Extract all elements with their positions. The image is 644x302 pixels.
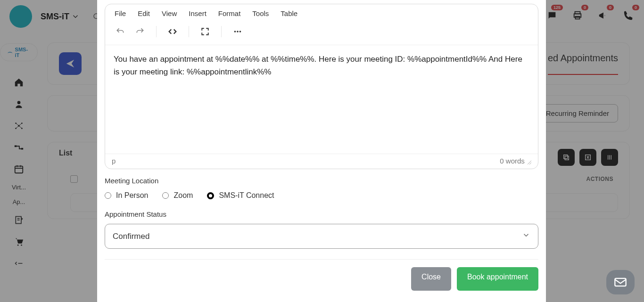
radio-icon <box>207 192 214 199</box>
radio-label: Zoom <box>173 191 193 200</box>
radio-smsit-connect[interactable]: SMS-iT Connect <box>207 191 274 200</box>
svg-point-36 <box>237 31 239 33</box>
fullscreen-icon[interactable] <box>198 25 212 38</box>
book-appointment-button[interactable]: Book appointment <box>457 267 538 291</box>
mail-bubble-icon[interactable] <box>606 270 635 294</box>
meeting-location-section: Meeting Location In Person Zoom SMS-iT C… <box>105 169 538 203</box>
appointment-status-label: Appointment Status <box>105 210 538 218</box>
more-icon[interactable] <box>231 25 244 38</box>
menu-format[interactable]: Format <box>218 9 241 17</box>
menu-tools[interactable]: Tools <box>252 9 269 17</box>
svg-point-37 <box>239 31 241 33</box>
radio-in-person[interactable]: In Person <box>105 191 148 200</box>
toolbar-separator <box>221 26 222 37</box>
appointment-modal: File Edit View Insert Format Tools Table… <box>97 0 546 302</box>
editor-word-count: 0 words <box>500 157 525 165</box>
menu-view[interactable]: View <box>162 9 177 17</box>
meeting-location-label: Meeting Location <box>105 177 538 185</box>
radio-label: SMS-iT Connect <box>219 191 274 200</box>
appointment-status-section: Appointment Status Confirmed <box>105 203 538 252</box>
toolbar-separator <box>189 26 189 37</box>
rich-text-editor: File Edit View Insert Format Tools Table… <box>105 4 538 169</box>
resize-handle-icon[interactable] <box>527 158 531 166</box>
editor-path[interactable]: p <box>112 157 116 165</box>
select-value: Confirmed <box>113 232 149 241</box>
svg-line-38 <box>528 161 531 164</box>
radio-icon <box>105 192 111 199</box>
svg-rect-40 <box>615 278 626 286</box>
menu-insert[interactable]: Insert <box>189 9 206 17</box>
svg-point-35 <box>234 31 236 33</box>
radio-zoom[interactable]: Zoom <box>162 191 193 200</box>
redo-icon[interactable] <box>133 25 147 38</box>
editor-menubar: File Edit View Insert Format Tools Table <box>105 4 538 23</box>
menu-file[interactable]: File <box>115 9 126 17</box>
chevron-down-icon <box>522 231 530 242</box>
menu-edit[interactable]: Edit <box>138 9 150 17</box>
appointment-status-select[interactable]: Confirmed <box>105 224 538 249</box>
editor-statusbar: p 0 words <box>105 154 538 169</box>
radio-label: In Person <box>116 191 148 200</box>
code-icon[interactable] <box>166 25 179 38</box>
svg-line-39 <box>529 163 531 164</box>
modal-footer: Close Book appointment <box>105 259 538 291</box>
editor-content[interactable]: You have an appointment at %%date%% at %… <box>105 45 538 154</box>
close-button[interactable]: Close <box>411 267 451 291</box>
editor-toolbar <box>105 23 538 45</box>
toolbar-separator <box>156 26 157 37</box>
menu-table[interactable]: Table <box>281 9 297 17</box>
undo-icon[interactable] <box>114 25 127 38</box>
radio-icon <box>162 192 169 199</box>
